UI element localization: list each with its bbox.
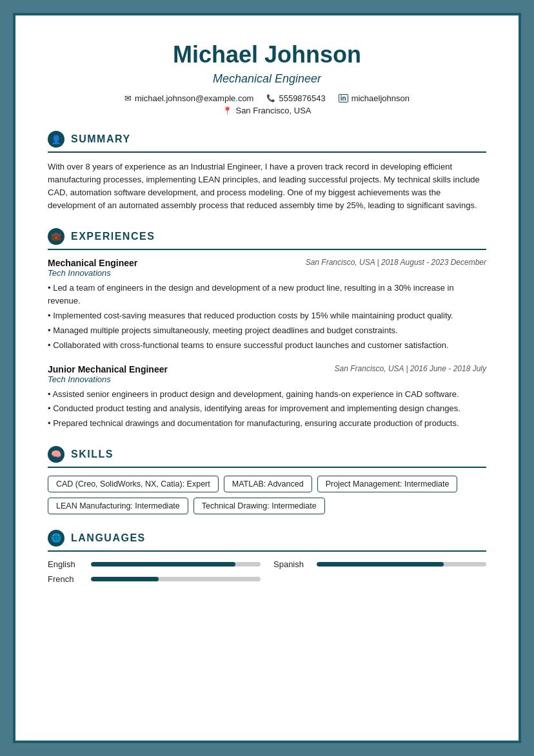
exp-top-1: Mechanical Engineer San Francisco, USA |…: [48, 258, 486, 268]
experiences-title: EXPERIENCES: [71, 231, 155, 242]
lang-item-1: Spanish: [273, 559, 486, 569]
date-location-2: San Francisco, USA | 2016 June - 2018 Ju…: [335, 364, 486, 373]
skill-2: Project Management: Intermediate: [317, 476, 458, 492]
bullet-2-2: • Conducted product testing and analysis…: [48, 402, 486, 416]
phone-icon: [266, 94, 275, 102]
summary-header: 👤 SUMMARY: [48, 131, 486, 148]
languages-divider: [48, 550, 486, 552]
experiences-header: 💼 EXPERIENCES: [48, 228, 486, 245]
summary-divider: [48, 151, 486, 153]
job-title-1: Mechanical Engineer: [48, 258, 137, 268]
experiences-section: 💼 EXPERIENCES Mechanical Engineer San Fr…: [48, 228, 486, 431]
bullet-1-2: • Implemented cost-saving measures that …: [48, 309, 486, 323]
linkedin-value: michaeljohnson: [351, 93, 410, 103]
summary-icon: 👤: [48, 131, 64, 148]
experience-entry-2: Junior Mechanical Engineer San Francisco…: [48, 364, 486, 431]
lang-item-0: English: [48, 559, 261, 569]
phone-value: 5559876543: [279, 93, 325, 103]
email-icon: [124, 93, 132, 103]
skills-grid: CAD (Creo, SolidWorks, NX, Catia): Exper…: [48, 476, 486, 514]
lang-item-2: French: [48, 574, 261, 584]
location-value: San Francisco, USA: [235, 106, 311, 115]
experiences-icon: 💼: [48, 228, 64, 245]
candidate-name: Michael Johnson: [48, 41, 486, 68]
location-row: San Francisco, USA: [48, 106, 486, 115]
bullets-1: • Led a team of engineers in the design …: [48, 282, 486, 353]
skill-3: LEAN Manufacturing: Intermediate: [48, 498, 188, 514]
resume-container: Michael Johnson Mechanical Engineer mich…: [13, 13, 521, 743]
languages-title: LANGUAGES: [71, 532, 146, 544]
company-2: Tech Innovations: [48, 374, 486, 384]
languages-icon: 🌐: [48, 530, 64, 547]
lang-bar-fill-0: [91, 562, 235, 567]
bullet-1-4: • Collaborated with cross-functional tea…: [48, 339, 486, 353]
summary-section: 👤 SUMMARY With over 8 years of experienc…: [48, 131, 486, 213]
lang-bar-bg-0: [91, 562, 261, 567]
bullets-2: • Assisted senior engineers in product d…: [48, 388, 486, 431]
languages-grid: English Spanish French: [48, 559, 486, 584]
skills-icon: 🧠: [48, 446, 64, 463]
experiences-divider: [48, 249, 486, 250]
skill-1: MATLAB: Advanced: [224, 476, 312, 492]
linkedin-contact: michaeljohnson: [339, 93, 410, 103]
bullet-2-1: • Assisted senior engineers in product d…: [48, 388, 486, 402]
lang-name-2: French: [48, 574, 83, 584]
experience-entry-1: Mechanical Engineer San Francisco, USA |…: [48, 258, 486, 353]
company-1: Tech Innovations: [48, 268, 486, 278]
skills-divider: [48, 467, 486, 468]
linkedin-icon: [339, 94, 348, 102]
job-title-2: Junior Mechanical Engineer: [48, 364, 168, 374]
lang-name-0: English: [48, 559, 83, 569]
contact-row: michael.johnson@example.com 5559876543 m…: [48, 93, 486, 103]
location-icon: [222, 106, 232, 115]
lang-name-1: Spanish: [273, 559, 309, 569]
bullet-1-3: • Managed multiple projects simultaneous…: [48, 324, 486, 338]
skills-header: 🧠 SKILLS: [48, 446, 486, 463]
skill-4: Technical Drawing: Intermediate: [193, 498, 325, 514]
lang-bar-fill-2: [91, 577, 159, 581]
lang-bar-fill-1: [317, 562, 444, 567]
resume-header: Michael Johnson Mechanical Engineer mich…: [48, 41, 486, 115]
phone-contact: 5559876543: [266, 93, 325, 103]
summary-title: SUMMARY: [71, 133, 131, 145]
bullet-1-1: • Led a team of engineers in the design …: [48, 282, 486, 309]
skills-title: SKILLS: [71, 449, 114, 460]
skill-0: CAD (Creo, SolidWorks, NX, Catia): Exper…: [48, 476, 219, 492]
lang-bar-bg-2: [91, 577, 261, 581]
languages-header: 🌐 LANGUAGES: [48, 530, 486, 547]
bullet-2-3: • Prepared technical drawings and docume…: [48, 417, 486, 431]
email-contact: michael.johnson@example.com: [124, 93, 253, 103]
date-location-1: San Francisco, USA | 2018 August - 2023 …: [306, 258, 486, 267]
exp-top-2: Junior Mechanical Engineer San Francisco…: [48, 364, 486, 374]
lang-bar-bg-1: [317, 562, 486, 567]
candidate-title: Mechanical Engineer: [48, 72, 486, 86]
skills-section: 🧠 SKILLS CAD (Creo, SolidWorks, NX, Cati…: [48, 446, 486, 514]
email-value: michael.johnson@example.com: [135, 93, 253, 103]
summary-text: With over 8 years of experience as an In…: [48, 160, 486, 213]
languages-section: 🌐 LANGUAGES English Spanish French: [48, 530, 486, 584]
